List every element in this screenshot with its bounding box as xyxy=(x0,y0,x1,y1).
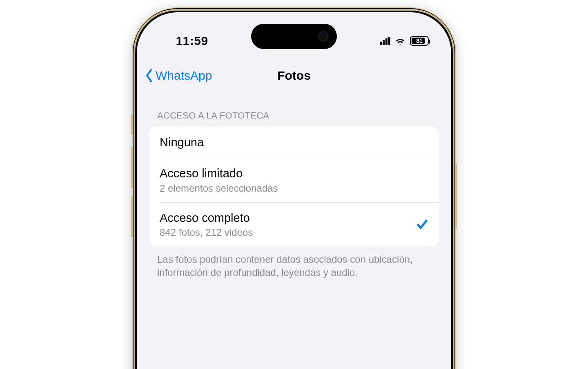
front-camera-icon xyxy=(318,31,329,42)
battery-icon: 81 xyxy=(410,36,429,46)
side-button-silent xyxy=(131,114,133,135)
battery-label: 81 xyxy=(416,38,423,44)
phone-frame: 11:59 81 xyxy=(133,8,455,369)
cellular-icon xyxy=(380,37,390,45)
option-none-title: Ninguna xyxy=(160,135,428,150)
option-full-title: Acceso completo xyxy=(160,210,416,225)
back-label: WhatsApp xyxy=(156,69,212,83)
option-limited[interactable]: Acceso limitado 2 elementos seleccionada… xyxy=(149,158,439,202)
option-none[interactable]: Ninguna xyxy=(149,127,439,158)
chevron-left-icon xyxy=(145,68,154,83)
option-limited-subtitle: 2 elementos seleccionadas xyxy=(160,183,428,194)
side-button-vol-down xyxy=(131,196,133,237)
back-button[interactable]: WhatsApp xyxy=(145,68,212,83)
phone-mockup: 11:59 81 xyxy=(133,8,455,369)
section-header: ACCESO A LA FOTOTECA xyxy=(149,110,439,127)
side-button-power xyxy=(455,163,457,229)
status-time: 11:59 xyxy=(159,34,225,48)
options-group: Ninguna Acceso limitado 2 elementos sele… xyxy=(149,127,439,246)
status-right: 81 xyxy=(363,36,429,46)
option-full[interactable]: Acceso completo 842 fotos, 212 videos xyxy=(149,202,439,246)
screen: 11:59 81 xyxy=(137,12,451,369)
wifi-icon xyxy=(394,36,406,45)
section-footer: Las fotos podrían contener datos asociad… xyxy=(149,246,439,280)
content: ACCESO A LA FOTOTECA Ninguna Acceso limi… xyxy=(137,94,451,280)
checkmark-icon xyxy=(416,218,428,230)
dynamic-island xyxy=(251,24,337,49)
option-limited-title: Acceso limitado xyxy=(160,166,428,181)
nav-bar: WhatsApp Fotos xyxy=(137,57,451,94)
option-full-subtitle: 842 fotos, 212 videos xyxy=(160,227,416,238)
side-button-vol-up xyxy=(131,147,133,188)
